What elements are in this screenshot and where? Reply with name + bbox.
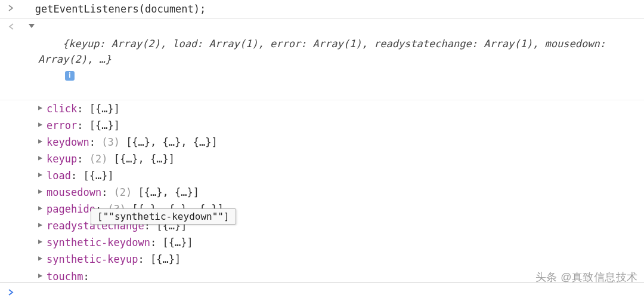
output-summary[interactable]: {keyup: Array(2), load: Array(1), error:… — [38, 20, 644, 99]
triangle-right-icon[interactable]: ▶ — [38, 134, 47, 148]
triangle-right-icon[interactable]: ▶ — [38, 150, 47, 164]
hover-tooltip: [""synthetic-keydown""] — [91, 208, 236, 225]
property-kv: keydown: (3) [{…}, {…}, {…}] — [47, 134, 218, 150]
object-expand-toggle[interactable] — [17, 20, 38, 28]
console-prompt-input[interactable] — [17, 285, 644, 299]
console-input-row: getEventListeners(document); — [0, 0, 644, 18]
triangle-right-icon[interactable]: ▶ — [38, 100, 47, 114]
triangle-down-icon — [29, 24, 35, 28]
console-output-row[interactable]: {keyup: Array(2), load: Array(1), error:… — [0, 18, 644, 100]
property-row[interactable]: ▶synthetic-keyup: [{…}] — [38, 251, 644, 268]
object-properties-tree: ▶click: [{…}]▶error: [{…}]▶keydown: (3) … — [0, 100, 644, 301]
property-kv: keyup: (2) [{…}, {…}] — [47, 150, 175, 167]
triangle-right-icon[interactable]: ▶ — [38, 117, 47, 131]
property-kv: mousedown: (2) [{…}, {…}] — [47, 184, 199, 201]
triangle-right-icon[interactable]: ▶ — [38, 251, 47, 265]
triangle-right-icon[interactable]: ▶ — [38, 234, 47, 248]
prompt-chevron-icon — [5, 286, 17, 298]
property-kv: synthetic-keyup: [{…}] — [47, 251, 181, 268]
triangle-right-icon[interactable]: ▶ — [38, 268, 47, 282]
triangle-right-icon[interactable]: ▶ — [38, 201, 47, 214]
property-row[interactable]: ▶synthetic-keydown: [{…}] — [38, 234, 644, 251]
input-chevron-icon — [5, 1, 17, 15]
triangle-right-icon[interactable]: ▶ — [38, 167, 47, 181]
property-row[interactable]: ▶mousedown: (2) [{…}, {…}] — [38, 184, 644, 201]
triangle-right-icon[interactable]: ▶ — [38, 184, 47, 198]
console-prompt-row[interactable] — [0, 282, 644, 301]
triangle-right-icon[interactable]: ▶ — [38, 217, 47, 231]
property-kv: click: [{…}] — [47, 100, 120, 117]
info-badge-icon[interactable]: i — [65, 71, 75, 81]
property-row[interactable]: ▶keyup: (2) [{…}, {…}] — [38, 150, 644, 167]
output-chevron-icon — [5, 20, 17, 33]
property-row[interactable]: ▶error: [{…}] — [38, 117, 644, 134]
property-kv: load: [{…}] — [47, 167, 114, 184]
property-row[interactable]: ▶keydown: (3) [{…}, {…}, {…}] — [38, 134, 644, 150]
console-input-text: getEventListeners(document); — [17, 1, 644, 17]
property-row[interactable]: ▶load: [{…}] — [38, 167, 644, 184]
property-kv: synthetic-keydown: [{…}] — [47, 234, 193, 251]
property-row[interactable]: ▶click: [{…}] — [38, 100, 644, 117]
property-kv: error: [{…}] — [47, 117, 120, 134]
